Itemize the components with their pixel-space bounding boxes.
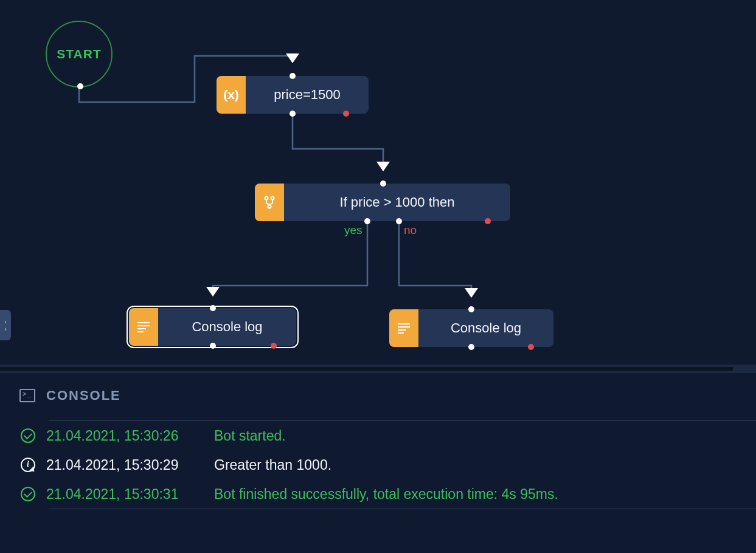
- console-row: 21.04.2021, 15:30:26 Bot started.: [49, 421, 756, 450]
- console-message: Greater than 1000.: [214, 457, 331, 473]
- start-label: START: [57, 47, 101, 61]
- branch-icon: [255, 184, 284, 221]
- arrowhead-icon: [465, 288, 478, 298]
- console-icon: >_: [19, 389, 35, 402]
- console-timestamp: 21.04.2021, 15:30:31: [46, 486, 204, 503]
- arrowhead-icon: [206, 287, 220, 297]
- port-out[interactable]: [290, 111, 296, 117]
- port-in[interactable]: [380, 180, 386, 187]
- node-label: Console log: [418, 309, 553, 347]
- panel-divider[interactable]: [0, 365, 756, 373]
- node-label: Console log: [158, 308, 296, 346]
- console-panel: >_ CONSOLE 21.04.2021, 15:30:26 Bot star…: [0, 373, 756, 553]
- node-assign-variable[interactable]: (x) price=1500: [217, 76, 369, 114]
- log-icon: [129, 308, 158, 346]
- console-timestamp: 21.04.2021, 15:30:26: [46, 428, 204, 444]
- check-icon: [19, 427, 36, 444]
- console-row: 21.04.2021, 15:30:31 Bot finished succes…: [49, 479, 756, 509]
- check-icon: [19, 486, 36, 503]
- console-message: Bot started.: [214, 428, 286, 444]
- port-yes[interactable]: [364, 218, 370, 224]
- error-port[interactable]: [485, 218, 491, 224]
- arrowhead-icon: [286, 53, 299, 63]
- node-console-log-no[interactable]: Console log: [389, 309, 553, 347]
- side-panel-toggle[interactable]: ‹ ›: [0, 310, 11, 340]
- error-port[interactable]: [528, 344, 534, 350]
- edges-layer: [0, 0, 756, 365]
- error-port[interactable]: [343, 111, 349, 117]
- error-port[interactable]: [271, 343, 277, 349]
- console-message: Bot finished successfully, total executi…: [214, 486, 558, 503]
- port-out[interactable]: [210, 343, 216, 349]
- flow-canvas[interactable]: START (x) price=1500 If price > 1000 the…: [0, 0, 756, 365]
- console-row: 21.04.2021, 15:30:29 Greater than 1000.: [49, 450, 756, 479]
- svg-point-2: [268, 205, 271, 208]
- node-console-log-yes[interactable]: Console log: [129, 308, 296, 346]
- console-header: >_ CONSOLE: [19, 388, 756, 404]
- info-icon: [19, 456, 36, 473]
- log-icon: [389, 309, 418, 347]
- arrowhead-icon: [376, 162, 390, 171]
- svg-point-0: [265, 197, 268, 200]
- console-rows: 21.04.2021, 15:30:26 Bot started. 21.04.…: [49, 421, 756, 509]
- svg-point-1: [271, 197, 274, 200]
- port-in[interactable]: [210, 305, 216, 311]
- node-label: If price > 1000 then: [284, 184, 510, 221]
- port-in[interactable]: [290, 73, 296, 79]
- chevron-left-icon: ‹: [4, 318, 7, 325]
- start-node[interactable]: START: [46, 21, 113, 88]
- port-out[interactable]: [77, 83, 83, 89]
- variable-icon: (x): [217, 76, 246, 114]
- node-if-condition[interactable]: If price > 1000 then: [255, 184, 510, 221]
- port-out[interactable]: [468, 344, 474, 350]
- port-no[interactable]: [396, 218, 402, 224]
- branch-label-yes: yes: [344, 224, 362, 237]
- port-in[interactable]: [468, 306, 474, 312]
- node-label: price=1500: [246, 76, 369, 114]
- console-title: CONSOLE: [46, 388, 121, 404]
- branch-label-no: no: [404, 224, 417, 237]
- console-timestamp: 21.04.2021, 15:30:29: [46, 457, 204, 473]
- chevron-right-icon: ›: [4, 325, 7, 332]
